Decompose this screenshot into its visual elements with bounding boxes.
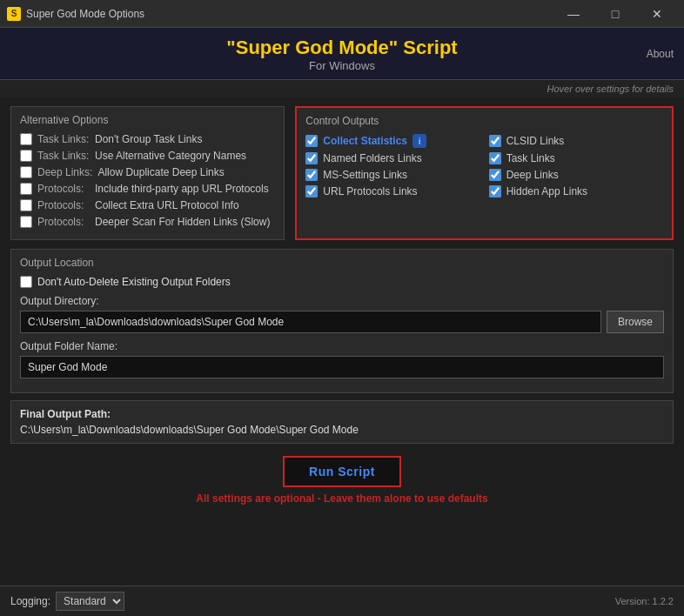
ctrl-opt-4-checkbox[interactable] [305, 169, 318, 181]
alt-opt-5-key: Protocols: [37, 216, 90, 228]
footer: Logging: Standard Verbose Minimal Versio… [0, 586, 684, 616]
ctrl-opt-5-checkbox[interactable] [489, 169, 501, 181]
browse-button[interactable]: Browse [607, 311, 664, 333]
final-output-path: C:\Users\m_la\Downloads\downloads\Super … [20, 424, 664, 436]
info-icon[interactable]: i [412, 134, 426, 148]
app-title: "Super God Mode" Script [0, 37, 684, 59]
title-bar: S Super God Mode Options — □ ✕ [0, 0, 684, 28]
hover-hint: Hover over settings for details [0, 80, 684, 97]
list-item: MS-Settings Links [305, 169, 479, 181]
ctrl-opt-7-checkbox[interactable] [489, 185, 501, 198]
ctrl-opt-2-label: Named Folders Links [323, 152, 421, 164]
close-button[interactable]: ✕ [637, 0, 677, 28]
dont-auto-delete-checkbox[interactable] [20, 276, 32, 288]
ctrl-opt-2-checkbox[interactable] [305, 152, 318, 164]
list-item: Deep Links [489, 169, 663, 181]
alt-opt-2-checkbox[interactable] [20, 166, 32, 178]
logging-label: Logging: [10, 595, 50, 607]
alt-opt-2-val: Allow Duplicate Deep Links [97, 166, 224, 178]
logging-select[interactable]: Standard Verbose Minimal [56, 592, 124, 611]
list-item: Protocols: Include third-party app URL P… [20, 183, 275, 195]
directory-label: Output Directory: [20, 295, 664, 307]
ctrl-opt-1-checkbox[interactable] [489, 135, 501, 147]
ctrl-opt-0-checkbox[interactable] [305, 135, 318, 147]
alt-opt-3-val: Include third-party app URL Protocols [95, 183, 269, 195]
list-item: Deep Links: Allow Duplicate Deep Links [20, 166, 275, 178]
minimize-button[interactable]: — [553, 0, 593, 28]
ctrl-opt-3-checkbox[interactable] [489, 152, 501, 164]
run-area: Run Script All settings are optional - L… [10, 452, 674, 508]
final-output-section: Final Output Path: C:\Users\m_la\Downloa… [10, 400, 674, 444]
alt-opt-4-checkbox[interactable] [20, 199, 32, 211]
list-item: URL Protocols Links [305, 185, 479, 198]
final-output-title: Final Output Path: [20, 408, 664, 420]
list-item: Task Links: Don't Group Task Links [20, 133, 275, 145]
alt-opt-0-val: Don't Group Task Links [95, 133, 202, 145]
window-title: Super God Mode Options [26, 8, 553, 20]
ctrl-opt-0-label: Collect Statistics [323, 135, 407, 147]
alt-opt-5-val: Deeper Scan For Hidden Links (Slow) [95, 216, 270, 228]
alt-opt-4-val: Collect Extra URL Protocol Info [95, 199, 239, 211]
alt-opt-5-checkbox[interactable] [20, 216, 32, 228]
alt-opt-0-key: Task Links: [37, 133, 90, 145]
list-item: Protocols: Deeper Scan For Hidden Links … [20, 216, 275, 228]
list-item: Protocols: Collect Extra URL Protocol In… [20, 199, 275, 211]
dont-auto-delete-label: Don't Auto-Delete Existing Output Folder… [37, 276, 231, 288]
alt-opt-2-key: Deep Links: [37, 166, 92, 178]
list-item: Collect Statistics i [305, 134, 479, 148]
list-item: Named Folders Links [305, 152, 479, 164]
ctrl-opt-4-label: MS-Settings Links [323, 169, 407, 181]
alt-opt-4-key: Protocols: [37, 199, 90, 211]
alt-opt-3-key: Protocols: [37, 183, 90, 195]
ctrl-opt-1-label: CLSID Links [506, 135, 565, 147]
list-item: Task Links: Use Alternative Category Nam… [20, 150, 275, 162]
ctrl-opt-5-label: Deep Links [506, 169, 559, 181]
folder-name-label: Output Folder Name: [20, 340, 664, 352]
app-header: "Super God Mode" Script For Windows Abou… [0, 28, 684, 80]
folder-name-row [20, 356, 664, 378]
app-title-highlight: "Super God Mode" [226, 37, 398, 58]
output-location-section: Output Location Don't Auto-Delete Existi… [10, 249, 674, 393]
window-controls: — □ ✕ [553, 0, 677, 28]
ctrl-opt-7-label: Hidden App Links [506, 185, 587, 198]
run-script-button[interactable]: Run Script [283, 456, 401, 487]
control-outputs-title: Control Outputs [305, 115, 663, 127]
alt-options-panel: Alternative Options Task Links: Don't Gr… [10, 106, 285, 240]
about-button[interactable]: About [647, 48, 674, 60]
alt-options-title: Alternative Options [20, 114, 275, 126]
main-content: Alternative Options Task Links: Don't Gr… [0, 97, 684, 517]
folder-name-input[interactable] [20, 356, 664, 378]
version-text: Version: 1.2.2 [615, 596, 674, 606]
alt-opt-1-val: Use Alternative Category Names [95, 150, 246, 162]
ctrl-opt-6-checkbox[interactable] [305, 185, 318, 198]
alt-opt-1-key: Task Links: [37, 150, 90, 162]
list-item: Hidden App Links [489, 185, 663, 198]
alt-opt-1-checkbox[interactable] [20, 150, 32, 162]
alt-opt-0-checkbox[interactable] [20, 133, 32, 145]
dont-auto-delete-row: Don't Auto-Delete Existing Output Folder… [20, 276, 664, 288]
list-item: CLSID Links [489, 134, 663, 148]
optional-hint: All settings are optional - Leave them a… [196, 492, 487, 505]
directory-row: Browse [20, 311, 664, 333]
maximize-button[interactable]: □ [595, 0, 635, 28]
list-item: Task Links [489, 152, 663, 164]
app-icon: S [7, 7, 21, 21]
logging-row: Logging: Standard Verbose Minimal [10, 592, 124, 611]
ctrl-opt-3-label: Task Links [506, 152, 555, 164]
ctrl-opt-6-label: URL Protocols Links [323, 185, 417, 198]
directory-input[interactable] [20, 311, 601, 333]
output-location-title: Output Location [20, 257, 664, 269]
app-title-suffix: Script [398, 37, 457, 58]
app-subtitle: For Windows [0, 59, 684, 72]
alt-opt-3-checkbox[interactable] [20, 183, 32, 195]
control-outputs-panel: Control Outputs Collect Statistics i CLS… [295, 106, 674, 240]
control-outputs-grid: Collect Statistics i CLSID Links Named F… [305, 134, 663, 198]
options-row: Alternative Options Task Links: Don't Gr… [10, 106, 674, 240]
